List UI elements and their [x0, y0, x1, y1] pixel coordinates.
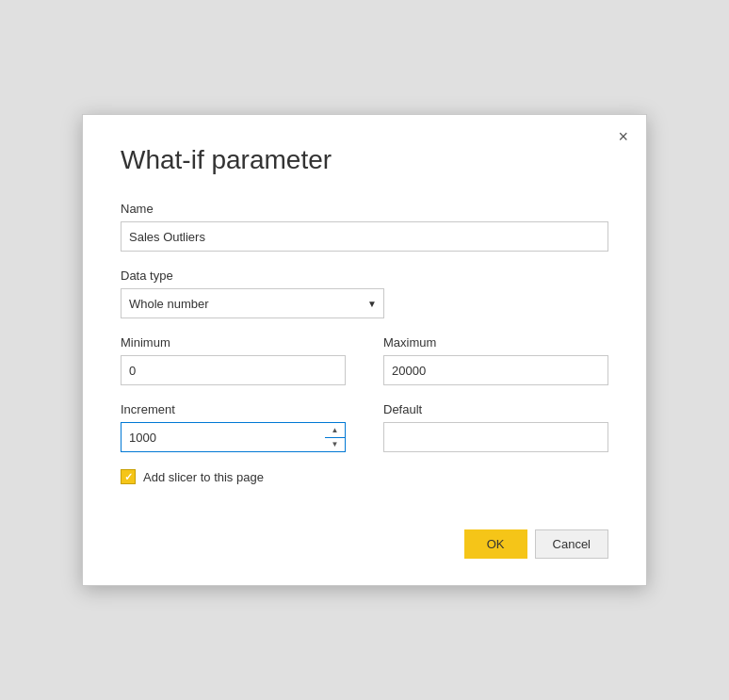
dialog-footer: OK Cancel — [121, 529, 608, 559]
close-button[interactable]: × — [613, 126, 633, 147]
increment-up-button[interactable]: ▲ — [325, 423, 345, 438]
dialog-overlay: × What-if parameter Name Data type Whole… — [0, 0, 729, 700]
increment-spinner-wrapper: ▲ ▼ — [121, 422, 346, 452]
maximum-label: Maximum — [383, 335, 608, 350]
what-if-dialog: × What-if parameter Name Data type Whole… — [82, 114, 647, 586]
maximum-field-row: Maximum — [383, 335, 608, 385]
minimum-label: Minimum — [121, 335, 346, 350]
min-max-row: Minimum Maximum — [121, 335, 608, 402]
minimum-input[interactable] — [121, 355, 346, 385]
increment-input[interactable] — [121, 422, 346, 452]
add-slicer-row: ✓ Add slicer to this page — [121, 469, 346, 484]
name-field-row: Name — [121, 202, 608, 252]
maximum-col: Maximum — [383, 335, 608, 402]
default-input[interactable] — [383, 422, 608, 452]
ok-button[interactable]: OK — [464, 529, 527, 559]
name-label: Name — [121, 202, 608, 216]
checkmark-icon: ✓ — [124, 472, 133, 482]
datatype-field-row: Data type Whole number Decimal number Fi… — [121, 269, 608, 318]
increment-col: Increment ▲ ▼ ✓ Add slicer to this page — [121, 402, 346, 484]
datatype-label: Data type — [121, 269, 608, 283]
dialog-title: What-if parameter — [121, 145, 608, 175]
cancel-button[interactable]: Cancel — [535, 529, 608, 559]
increment-field-row: Increment ▲ ▼ — [121, 402, 346, 452]
add-slicer-checkbox[interactable]: ✓ — [121, 469, 136, 484]
increment-down-button[interactable]: ▼ — [325, 438, 345, 452]
maximum-input[interactable] — [383, 355, 608, 385]
add-slicer-label: Add slicer to this page — [143, 470, 264, 484]
default-field-row: Default — [383, 402, 608, 452]
increment-default-row: Increment ▲ ▼ ✓ Add slicer to this page — [121, 402, 608, 484]
minimum-field-row: Minimum — [121, 335, 346, 385]
increment-spinner: ▲ ▼ — [325, 422, 346, 452]
datatype-select-wrapper: Whole number Decimal number Fixed decima… — [121, 288, 384, 318]
increment-label: Increment — [121, 402, 346, 416]
minimum-col: Minimum — [121, 335, 346, 402]
name-input[interactable] — [121, 221, 608, 252]
default-label: Default — [383, 402, 608, 416]
default-col: Default — [383, 402, 608, 484]
datatype-select[interactable]: Whole number Decimal number Fixed decima… — [121, 288, 384, 318]
